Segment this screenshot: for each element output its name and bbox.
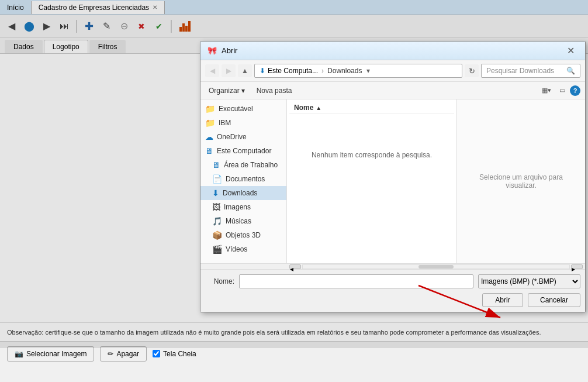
fullscreen-checkbox[interactable] bbox=[153, 350, 160, 357]
nav-forward-button[interactable]: ▶ bbox=[222, 64, 236, 77]
music-icon: 🎵 bbox=[212, 216, 222, 226]
sidebar-item-este-computador[interactable]: 🖥 Este Computador bbox=[200, 144, 286, 158]
name-label: Nome: bbox=[205, 277, 234, 285]
select-image-label: Selecionar Imagem bbox=[26, 350, 87, 358]
refresh-button[interactable]: ↻ bbox=[465, 64, 479, 77]
sidebar-item-objetos3d[interactable]: 📦 Objetos 3D bbox=[200, 228, 286, 242]
search-placeholder: Pesquisar Downloads bbox=[486, 67, 564, 75]
dialog-title-area: 🎀 Abrir bbox=[207, 46, 237, 55]
filetype-select[interactable]: Imagens (BMP) (*.BMP) bbox=[478, 274, 580, 288]
sidebar-images-label: Imagens bbox=[224, 203, 251, 211]
sidebar-item-ibm[interactable]: 📁 IBM bbox=[200, 116, 286, 130]
delete-label: Apagar bbox=[116, 350, 139, 358]
dialog-titlebar: 🎀 Abrir ✕ bbox=[200, 42, 585, 60]
sidebar-ibm-label: IBM bbox=[219, 119, 231, 127]
path-separator: › bbox=[321, 67, 324, 75]
sidebar-item-area-trabalho[interactable]: 🖥 Área de Trabalho bbox=[200, 158, 286, 172]
sidebar-item-musicas[interactable]: 🎵 Músicas bbox=[200, 214, 286, 228]
dialog-title-text: Abrir bbox=[222, 46, 237, 55]
nova-pasta-button[interactable]: Nova pasta bbox=[253, 85, 296, 97]
fullscreen-checkbox-label[interactable]: Tela Cheia bbox=[153, 350, 196, 358]
sidebar-item-imagens[interactable]: 🖼 Imagens bbox=[200, 200, 286, 214]
eraser-icon: ✏ bbox=[108, 350, 113, 358]
preview-panel: Selecione um arquivo para visualizar. bbox=[456, 99, 585, 263]
search-bar[interactable]: Pesquisar Downloads 🔍 bbox=[481, 64, 580, 78]
sidebar-item-documentos[interactable]: 📄 Documentos bbox=[200, 172, 286, 186]
preview-text: Selecione um arquivo para visualizar. bbox=[469, 173, 573, 190]
sidebar-executavel-label: Executável bbox=[219, 105, 253, 113]
scrollbar-track bbox=[302, 264, 570, 269]
sidebar-onedrive-label: OneDrive bbox=[217, 133, 247, 141]
filename-input[interactable] bbox=[239, 274, 473, 288]
file-sidebar: 📁 Executável 📁 IBM ☁ OneDrive 🖥 Este Com… bbox=[200, 99, 287, 263]
scroll-left-button[interactable]: ◂ bbox=[289, 264, 301, 269]
sidebar-item-videos[interactable]: 🎬 Vídeos bbox=[200, 242, 286, 256]
sort-arrow: ▲ bbox=[316, 105, 321, 111]
filename-row: Nome: Imagens (BMP) (*.BMP) bbox=[205, 274, 580, 288]
open-button[interactable]: Abrir bbox=[482, 293, 523, 307]
help-button[interactable]: ? bbox=[570, 85, 580, 96]
videos-icon: 🎬 bbox=[212, 245, 222, 254]
organize-label: Organizar bbox=[209, 87, 240, 95]
objects3d-icon: 📦 bbox=[212, 230, 222, 240]
path-dropdown-arrow[interactable]: ▾ bbox=[366, 67, 370, 75]
images-icon: 🖼 bbox=[212, 202, 220, 212]
sidebar-computador-label: Este Computador bbox=[217, 147, 271, 155]
computer-icon: 🖥 bbox=[205, 146, 213, 156]
sidebar-item-downloads[interactable]: ⬇ Downloads bbox=[200, 186, 286, 200]
view-list-button[interactable]: ▦▾ bbox=[538, 85, 555, 96]
nav-up-button[interactable]: ▲ bbox=[238, 64, 252, 77]
sidebar-item-onedrive[interactable]: ☁ OneDrive bbox=[200, 130, 286, 144]
search-icon: 🔍 bbox=[566, 67, 575, 75]
sidebar-desktop-label: Área de Trabalho bbox=[224, 161, 278, 169]
scroll-area: ◂ ▸ bbox=[200, 263, 585, 269]
dialog-close-button[interactable]: ✕ bbox=[563, 44, 578, 57]
sidebar-music-label: Músicas bbox=[226, 217, 251, 225]
cancel-dialog-button[interactable]: Cancelar bbox=[528, 293, 580, 307]
sidebar-videos-label: Vídeos bbox=[226, 245, 247, 253]
docs-icon: 📄 bbox=[212, 174, 222, 184]
file-list: Nome ▲ Nenhum item corresponde à pesquis… bbox=[287, 99, 456, 263]
file-list-header[interactable]: Nome ▲ bbox=[289, 102, 454, 114]
sidebar-objects3d-label: Objetos 3D bbox=[226, 231, 261, 239]
delete-button-bottom[interactable]: ✏ Apagar bbox=[100, 346, 147, 362]
view-preview-button[interactable]: ▭ bbox=[556, 85, 569, 96]
onedrive-icon: ☁ bbox=[205, 132, 213, 142]
select-image-button[interactable]: 📷 Selecionar Imagem bbox=[7, 346, 94, 362]
file-browser-body: 📁 Executável 📁 IBM ☁ OneDrive 🖥 Este Com… bbox=[200, 99, 585, 263]
view-buttons: ▦▾ ▭ ? bbox=[538, 85, 580, 96]
path-root: Este Computa... bbox=[268, 67, 318, 75]
folder-ibm-icon: 📁 bbox=[205, 118, 215, 128]
address-bar: ◀ ▶ ▲ ⬇ Este Computa... › Downloads ▾ ↻ … bbox=[200, 60, 585, 82]
organize-dropdown-icon: ▾ bbox=[241, 87, 245, 95]
file-open-dialog: 🎀 Abrir ✕ ◀ ▶ ▲ ⬇ Este Computa... › Down… bbox=[200, 41, 586, 312]
scrollbar-thumb[interactable] bbox=[418, 265, 454, 269]
desktop-icon: 🖥 bbox=[212, 160, 220, 170]
sidebar-docs-label: Documentos bbox=[226, 175, 265, 183]
dialog-action-bar: Organizar ▾ Nova pasta ▦▾ ▭ ? bbox=[200, 82, 585, 99]
scroll-right-button[interactable]: ▸ bbox=[571, 264, 583, 269]
empty-message: Nenhum item corresponde à pesquisa. bbox=[289, 114, 454, 196]
downloads-icon: ⬇ bbox=[212, 188, 219, 198]
name-column-header: Nome bbox=[294, 104, 313, 112]
empty-message-text: Nenhum item corresponde à pesquisa. bbox=[312, 151, 432, 159]
folder-icon-path: ⬇ bbox=[260, 67, 265, 75]
fullscreen-label: Tela Cheia bbox=[163, 350, 196, 358]
camera-icon: 📷 bbox=[15, 350, 23, 358]
sidebar-item-executavel[interactable]: 📁 Executável bbox=[200, 102, 286, 116]
dialog-buttons: Abrir Cancelar bbox=[205, 293, 580, 307]
sidebar-downloads-label: Downloads bbox=[223, 189, 257, 197]
file-content-area: Nome ▲ Nenhum item corresponde à pesquis… bbox=[287, 99, 585, 263]
nav-back-button[interactable]: ◀ bbox=[205, 64, 219, 77]
path-folder: Downloads bbox=[327, 67, 362, 75]
dialog-title-icon: 🎀 bbox=[207, 46, 217, 55]
path-bar[interactable]: ⬇ Este Computa... › Downloads ▾ bbox=[254, 64, 462, 78]
organize-button[interactable]: Organizar ▾ bbox=[205, 85, 248, 97]
dialog-form-area: Nome: Imagens (BMP) (*.BMP) Abrir Cancel… bbox=[200, 269, 585, 312]
folder-executavel-icon: 📁 bbox=[205, 104, 215, 113]
nova-pasta-label: Nova pasta bbox=[257, 87, 292, 95]
